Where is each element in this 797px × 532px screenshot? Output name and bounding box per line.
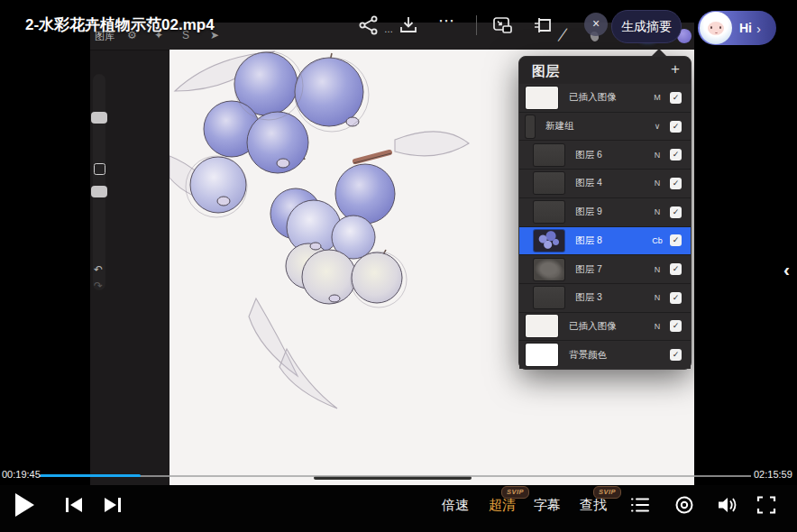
more-icon[interactable]: ⋯ xyxy=(438,11,455,31)
layer-thumbnail xyxy=(534,144,564,166)
layers-panel: 图层 + 已插入图像 M ✓ 新建组 ∨ ✓ 图层 6 N ✓ xyxy=(518,56,692,370)
blend-mode-label[interactable]: Cb xyxy=(647,236,667,245)
layer-row-selected[interactable]: 图层 8 Cb ✓ xyxy=(519,226,691,255)
brush-opacity-slider[interactable] xyxy=(91,186,107,197)
cast-screen-icon[interactable] xyxy=(532,15,554,35)
record-icon[interactable] xyxy=(673,495,695,515)
share-icon[interactable] xyxy=(358,15,380,35)
layers-panel-title: 图层 xyxy=(532,63,559,80)
layer-label: 背景颜色 xyxy=(569,349,647,362)
layers-panel-header: 图层 + xyxy=(519,57,691,84)
layer-visibility-checkbox[interactable]: ✓ xyxy=(670,349,682,361)
close-summary-button[interactable]: × xyxy=(584,13,608,36)
undo-icon[interactable]: ↶ xyxy=(94,263,103,276)
volume-icon[interactable] xyxy=(716,495,739,515)
modify-button[interactable] xyxy=(94,163,105,175)
layer-visibility-checkbox[interactable]: ✓ xyxy=(670,92,682,104)
download-icon[interactable] xyxy=(398,15,418,35)
chevron-right-icon: › xyxy=(756,21,761,36)
progress-bar-fill xyxy=(40,474,141,477)
chevron-down-icon[interactable]: ∨ xyxy=(647,122,667,131)
layers-panel-pointer xyxy=(651,49,667,57)
layer-row[interactable]: 图层 6 N ✓ xyxy=(519,140,691,169)
blend-mode-label[interactable]: M xyxy=(647,93,667,102)
layer-thumbnail xyxy=(534,287,564,308)
layer-label: 图层 6 xyxy=(575,149,647,161)
layer-visibility-checkbox[interactable]: ✓ xyxy=(670,178,682,189)
blend-mode-label[interactable]: N xyxy=(647,179,667,188)
layer-visibility-checkbox[interactable]: ✓ xyxy=(670,149,682,161)
play-button[interactable] xyxy=(15,493,34,517)
video-player-window: 图库 ⚙ ✦ S ➤ ╱ ↶ ↷ xyxy=(0,0,797,532)
layer-thumbnail xyxy=(534,172,564,194)
layer-thumbnail xyxy=(526,315,558,337)
quality-button[interactable]: 超清 xyxy=(489,497,516,514)
layer-label: 图层 4 xyxy=(575,177,647,189)
progress-bar-track[interactable] xyxy=(40,475,751,477)
layer-visibility-checkbox[interactable]: ✓ xyxy=(670,206,682,218)
layer-visibility-checkbox[interactable]: ✓ xyxy=(670,121,682,133)
playlist-icon[interactable] xyxy=(629,495,651,515)
layer-thumbnail xyxy=(534,230,564,252)
layer-label: 图层 8 xyxy=(575,234,647,247)
layer-thumbnail xyxy=(526,87,558,109)
background-color-row[interactable]: 背景颜色 ✓ xyxy=(519,340,691,369)
layer-visibility-checkbox[interactable]: ✓ xyxy=(670,320,682,332)
layer-list: 已插入图像 M ✓ 新建组 ∨ ✓ 图层 6 N ✓ 图层 4 N ✓ xyxy=(519,84,691,369)
subtitles-button[interactable]: 字幕 xyxy=(534,497,561,514)
layer-row[interactable]: 已插入图像 M ✓ xyxy=(519,84,691,112)
layer-label: 已插入图像 xyxy=(569,320,647,333)
assistant-button[interactable]: Hi › xyxy=(698,11,776,45)
blend-mode-label[interactable]: N xyxy=(647,265,667,274)
layer-label: 图层 3 xyxy=(575,291,647,304)
blend-mode-label[interactable]: N xyxy=(647,322,667,331)
search-button[interactable]: 查找 xyxy=(580,497,607,514)
current-time: 00:19:45 xyxy=(2,469,41,480)
layer-row[interactable]: 图层 7 N ✓ xyxy=(519,254,691,283)
add-layer-button[interactable]: + xyxy=(671,60,680,78)
video-title: 2-水彩花卉植物示范02.mp4 xyxy=(25,14,215,35)
loading-dots: … xyxy=(384,24,393,34)
layer-row[interactable]: 图层 4 N ✓ xyxy=(519,169,691,197)
side-panel-toggle[interactable]: ‹ xyxy=(783,259,790,280)
total-time: 02:15:59 xyxy=(754,469,797,480)
previous-video-icon[interactable] xyxy=(63,495,85,515)
layer-visibility-checkbox[interactable]: ✓ xyxy=(670,292,682,304)
layer-visibility-checkbox[interactable]: ✓ xyxy=(670,263,682,275)
blend-mode-label[interactable]: N xyxy=(647,207,667,216)
picture-in-picture-icon[interactable] xyxy=(492,15,513,35)
layer-thumbnail xyxy=(534,259,564,280)
blend-mode-label[interactable]: N xyxy=(647,293,667,302)
player-control-bar: 倍速 SVIP 超清 字幕 SVIP 查找 xyxy=(0,485,797,532)
layer-row[interactable]: 已插入图像 N ✓ xyxy=(519,312,691,341)
redo-icon[interactable]: ↷ xyxy=(94,280,103,292)
layer-label: 已插入图像 xyxy=(569,91,647,104)
layer-row[interactable]: 图层 3 N ✓ xyxy=(519,283,691,312)
brush-sidebar: ↶ ↷ xyxy=(93,74,105,290)
layer-thumbnail xyxy=(534,201,564,223)
toolbar-divider xyxy=(476,15,477,35)
next-video-icon[interactable] xyxy=(102,495,124,515)
group-thumbnail xyxy=(526,115,535,138)
layer-label: 图层 7 xyxy=(575,263,647,276)
layer-label: 新建组 xyxy=(545,120,647,133)
generate-summary-button[interactable]: 生成摘要 xyxy=(611,10,682,43)
brush-icon[interactable]: ╱ xyxy=(558,28,567,42)
layer-thumbnail xyxy=(526,344,558,366)
layer-group-row[interactable]: 新建组 ∨ ✓ xyxy=(519,112,691,141)
layer-row[interactable]: 图层 9 N ✓ xyxy=(519,197,691,226)
blend-mode-label[interactable]: N xyxy=(647,151,667,160)
layer-label: 图层 9 xyxy=(575,206,647,218)
fullscreen-icon[interactable] xyxy=(756,495,776,515)
layer-visibility-checkbox[interactable]: ✓ xyxy=(670,234,682,246)
assistant-label: Hi xyxy=(739,21,752,35)
brush-size-slider[interactable] xyxy=(91,112,107,124)
assistant-avatar xyxy=(700,12,732,44)
speed-button[interactable]: 倍速 xyxy=(442,497,469,514)
